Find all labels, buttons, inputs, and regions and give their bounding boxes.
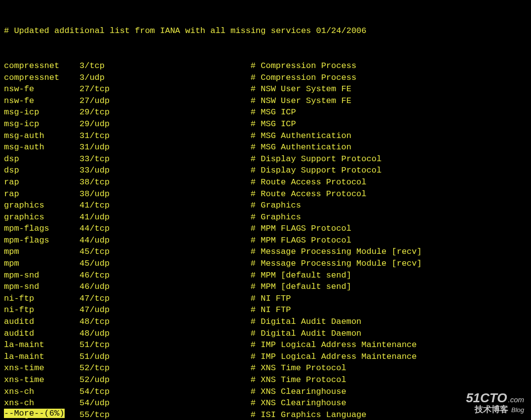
service-name: mpm <box>4 246 79 258</box>
service-description: NI FTP <box>261 304 291 316</box>
service-description: Digital Audit Daemon <box>261 316 361 328</box>
service-description: MSG Authentication <box>261 141 351 153</box>
comment-hash: # <box>251 362 261 374</box>
service-port: 29/tcp <box>79 106 251 118</box>
service-port: 46/tcp <box>79 270 251 281</box>
comment-hash: # <box>251 386 261 398</box>
comment-hash: # <box>251 60 261 72</box>
service-name: xns-time <box>4 362 79 374</box>
service-row: compressnet3/udp# Compression Process <box>4 72 527 84</box>
terminal-output: # Updated additional list from IANA with… <box>0 0 531 420</box>
service-name: ni-ftp <box>4 304 79 316</box>
service-port: 27/udp <box>79 95 251 107</box>
service-name: dsp <box>4 153 79 165</box>
comment-hash: # <box>251 176 261 188</box>
service-row: mpm-snd46/tcp# MPM [default send] <box>4 270 527 281</box>
service-row: auditd48/tcp# Digital Audit Daemon <box>4 316 527 328</box>
service-port: 48/udp <box>79 328 251 340</box>
service-row: graphics41/udp# Graphics <box>4 211 527 223</box>
comment-hash: # <box>251 165 261 176</box>
service-port: 51/udp <box>79 351 251 363</box>
service-row: xns-ch54/udp# XNS Clearinghouse <box>4 397 527 409</box>
comment-hash: # <box>251 141 261 153</box>
service-name: dsp <box>4 165 79 176</box>
service-name: auditd <box>4 328 79 340</box>
service-name: compressnet <box>4 60 79 72</box>
service-port: 31/udp <box>79 141 251 153</box>
service-description: Graphics <box>261 211 301 223</box>
comment-hash: # <box>251 211 261 223</box>
service-description: XNS Clearinghouse <box>261 397 346 409</box>
comment-hash: # <box>251 304 261 316</box>
service-row: mpm45/udp# Message Processing Module [re… <box>4 258 527 270</box>
service-name: auditd <box>4 316 79 328</box>
service-port: 45/udp <box>79 258 251 270</box>
pager-prompt[interactable]: --More--(6%) <box>4 409 65 418</box>
comment-hash: # <box>251 106 261 118</box>
service-description: NSW User System FE <box>261 95 351 107</box>
service-row: xns-time52/tcp# XNS Time Protocol <box>4 362 527 374</box>
comment-hash: # <box>251 316 261 328</box>
service-description: Digital Audit Daemon <box>261 328 361 340</box>
service-description: IMP Logical Address Maintenance <box>261 351 417 363</box>
service-name: mpm-snd <box>4 270 79 281</box>
service-row: mpm-flags44/udp# MPM FLAGS Protocol <box>4 235 527 246</box>
comment-hash: # <box>251 246 261 258</box>
service-name: msg-auth <box>4 141 79 153</box>
service-port: 52/tcp <box>79 362 251 374</box>
service-name: msg-icp <box>4 118 79 130</box>
comment-hash: # <box>251 293 261 305</box>
service-name: la-maint <box>4 339 79 351</box>
service-name: msg-auth <box>4 130 79 142</box>
service-description: Graphics <box>261 200 301 211</box>
service-row: rap38/tcp# Route Access Protocol <box>4 176 527 188</box>
service-description: MSG ICP <box>261 118 296 130</box>
service-row: ni-ftp47/tcp# NI FTP <box>4 293 527 305</box>
comment-hash: # <box>251 235 261 246</box>
comment-hash: # <box>251 328 261 340</box>
service-name: rap <box>4 176 79 188</box>
service-row: xns-time52/udp# XNS Time Protocol <box>4 374 527 386</box>
service-name: nsw-fe <box>4 83 79 95</box>
comment-hash: # <box>251 118 261 130</box>
service-row: nsw-fe27/udp# NSW User System FE <box>4 95 527 107</box>
service-port: 47/tcp <box>79 293 251 305</box>
service-name: xns-ch <box>4 397 79 409</box>
file-header-comment: # Updated additional list from IANA with… <box>4 25 527 37</box>
comment-hash: # <box>251 409 261 420</box>
service-port: 54/tcp <box>79 386 251 398</box>
comment-hash: # <box>251 270 261 281</box>
service-description: Route Access Protocol <box>261 176 366 188</box>
comment-hash: # <box>251 95 261 107</box>
service-name: mpm-flags <box>4 223 79 235</box>
comment-hash: # <box>251 153 261 165</box>
service-row: xns-ch54/tcp# XNS Clearinghouse <box>4 386 527 398</box>
service-row: mpm-flags44/tcp# MPM FLAGS Protocol <box>4 223 527 235</box>
service-port: 38/udp <box>79 188 251 200</box>
service-port: 46/udp <box>79 281 251 293</box>
service-row: ni-ftp47/udp# NI FTP <box>4 304 527 316</box>
service-row: mpm-snd46/udp# MPM [default send] <box>4 281 527 293</box>
service-name: ni-ftp <box>4 293 79 305</box>
service-name: nsw-fe <box>4 95 79 107</box>
service-name: la-maint <box>4 351 79 363</box>
comment-hash: # <box>251 72 261 84</box>
comment-hash: # <box>251 83 261 95</box>
service-port: 3/udp <box>79 72 251 84</box>
service-port: 48/tcp <box>79 316 251 328</box>
service-description: Message Processing Module [recv] <box>261 258 421 270</box>
service-name: compressnet <box>4 72 79 84</box>
comment-hash: # <box>251 397 261 409</box>
service-description: Compression Process <box>261 72 356 84</box>
service-name: rap <box>4 188 79 200</box>
service-description: ISI Graphics Language <box>261 409 366 420</box>
comment-hash: # <box>251 130 261 142</box>
service-description: Compression Process <box>261 60 356 72</box>
service-name: mpm-flags <box>4 235 79 246</box>
service-description: NI FTP <box>261 293 291 305</box>
service-row: dsp33/udp# Display Support Protocol <box>4 165 527 176</box>
service-row: mpm45/tcp# Message Processing Module [re… <box>4 246 527 258</box>
service-port: 45/tcp <box>79 246 251 258</box>
service-port: 31/tcp <box>79 130 251 142</box>
service-description: MSG Authentication <box>261 130 351 142</box>
